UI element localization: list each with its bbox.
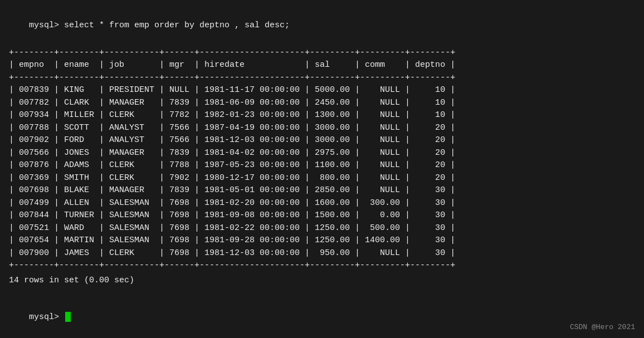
table-output: +--------+--------+-----------+------+--… bbox=[9, 47, 635, 272]
table-row: | 007839 | KING | PRESIDENT | NULL | 198… bbox=[9, 85, 455, 95]
table-row: | 007900 | JAMES | CLERK | 7698 | 1981-1… bbox=[9, 248, 455, 258]
table-row: | 007902 | FORD | ANALYST | 7566 | 1981-… bbox=[9, 135, 455, 145]
table-row: | 007369 | SMITH | CLERK | 7902 | 1980-1… bbox=[9, 173, 455, 183]
watermark: CSDN @Hero 2021 bbox=[570, 323, 635, 331]
bottom-prompt-line: mysql> bbox=[9, 302, 71, 331]
terminal: mysql> select * from emp order by deptno… bbox=[0, 0, 644, 338]
table-row: | 007521 | WARD | SALESMAN | 7698 | 1981… bbox=[9, 223, 455, 233]
table-row: | 007934 | MILLER | CLERK | 7782 | 1982-… bbox=[9, 110, 455, 120]
result-text: 14 rows in set (0.00 sec) bbox=[9, 275, 635, 287]
table-row: | 007566 | JONES | MANAGER | 7839 | 1981… bbox=[9, 148, 455, 158]
table-row: | 007698 | BLAKE | MANAGER | 7839 | 1981… bbox=[9, 185, 455, 195]
table-row: | 007788 | SCOTT | ANALYST | 7566 | 1987… bbox=[9, 123, 455, 133]
table-row: | 007844 | TURNER | SALESMAN | 7698 | 19… bbox=[9, 210, 455, 220]
table-row: | 007499 | ALLEN | SALESMAN | 7698 | 198… bbox=[9, 198, 455, 208]
prompt-label: mysql> bbox=[29, 21, 64, 30]
table-header: | empno | ename | job | mgr | hiredate |… bbox=[9, 60, 455, 70]
table-separator-header: +--------+--------+-----------+------+--… bbox=[9, 73, 455, 82]
bottom-prompt-label: mysql> bbox=[29, 312, 64, 322]
table-row: | 007876 | ADAMS | CLERK | 7788 | 1987-0… bbox=[9, 160, 455, 170]
table-row: | 007654 | MARTIN | SALESMAN | 7698 | 19… bbox=[9, 236, 455, 245]
table-row: | 007782 | CLARK | MANAGER | 7839 | 1981… bbox=[9, 98, 455, 107]
command-line: mysql> select * from emp order by deptno… bbox=[9, 7, 635, 45]
table-separator-bottom: +--------+--------+-----------+------+--… bbox=[9, 261, 455, 270]
table-separator-top: +--------+--------+-----------+------+--… bbox=[9, 48, 455, 57]
cursor bbox=[65, 312, 71, 322]
sql-command: select * from emp order by deptno , sal … bbox=[64, 21, 290, 30]
